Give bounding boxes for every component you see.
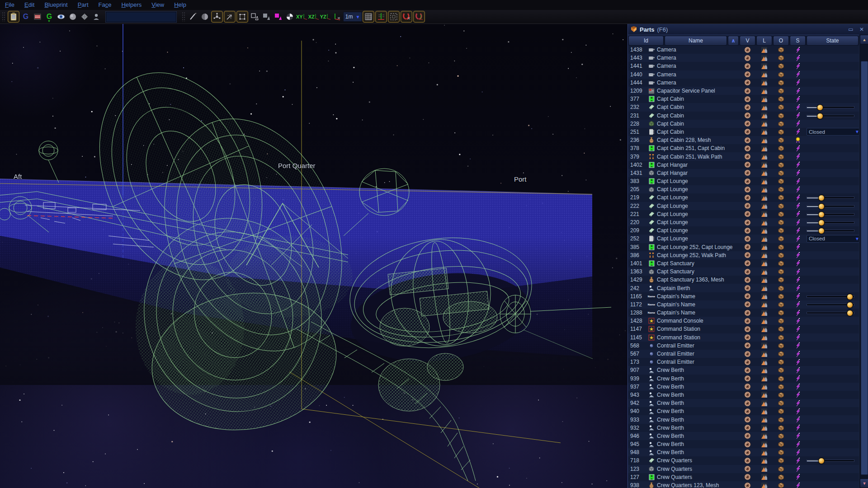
column-header-id[interactable]: Id [628,36,664,46]
visibility-icon[interactable] [739,87,756,95]
box-icon[interactable] [773,333,789,342]
bolt-icon[interactable] [789,375,806,383]
bolt-icon[interactable] [789,317,806,325]
layer-icon[interactable] [756,235,773,243]
part-row-1431[interactable]: 1431Capt Hangar [628,169,868,177]
box-icon[interactable] [773,473,789,481]
plane-xy-button[interactable]: XY [296,11,307,22]
bolt-icon[interactable] [789,366,806,374]
state-slider[interactable] [807,219,856,225]
box-icon[interactable] [773,317,789,325]
bolt-icon[interactable] [789,292,806,300]
box-icon[interactable] [773,210,789,218]
visibility-icon[interactable] [739,383,756,391]
visibility-icon[interactable] [739,193,756,202]
part-row-231[interactable]: 231Capt Cabin [628,112,868,120]
visibility-icon[interactable] [739,153,756,161]
bolt-icon[interactable] [789,95,806,103]
part-row-385[interactable]: 385Capt Lounge 252, Capt Lounge [628,243,868,251]
bolt-icon[interactable] [789,87,806,95]
box-icon[interactable] [773,391,789,399]
scroll-up-button[interactable]: ▲ [860,35,868,44]
state-slider[interactable] [807,457,856,464]
box-icon[interactable] [773,259,789,267]
bolt-icon[interactable] [789,358,806,366]
visibility-icon[interactable] [739,325,756,333]
layer-icon[interactable] [756,226,773,235]
visibility-icon[interactable] [739,120,756,128]
column-header-o[interactable]: O [773,36,789,46]
bolt-icon[interactable] [789,325,806,333]
visibility-icon[interactable] [739,276,756,284]
menu-item-blueprint[interactable]: Blueprint [39,0,72,10]
bolt-icon[interactable] [789,399,806,407]
gem-icon[interactable] [79,11,90,22]
part-row-173[interactable]: 173Contrail Emitter [628,358,868,366]
box-icon[interactable] [773,325,789,333]
part-row-220[interactable]: 220Capt Lounge [628,218,868,226]
menu-item-file[interactable]: File [0,0,19,10]
bolt-icon[interactable] [789,440,806,448]
bolt-icon[interactable] [789,424,806,432]
bolt-icon[interactable] [789,226,806,235]
part-row-942[interactable]: 942Crew Berth [628,399,868,407]
box-icon[interactable] [773,218,789,226]
part-row-718[interactable]: 718Crew Quarters [628,456,868,465]
state-dropdown[interactable]: Closed▼ [807,128,862,136]
bolt-icon[interactable] [789,185,806,193]
visibility-icon[interactable] [739,448,756,456]
close-button[interactable]: ✕ [858,26,866,33]
bolt-icon[interactable] [789,70,806,79]
visibility-icon[interactable] [739,350,756,358]
layer-icon[interactable] [756,95,773,103]
visibility-icon[interactable] [739,70,756,79]
layer-icon[interactable] [756,243,773,251]
visibility-icon[interactable] [739,317,756,325]
layer-icon[interactable] [756,481,773,488]
grid-bounds-toggle-icon[interactable] [388,11,400,23]
menu-item-edit[interactable]: Edit [19,0,39,10]
layer-icon[interactable] [756,144,773,152]
part-row-209[interactable]: 209Capt Lounge [628,226,868,235]
layer-icon[interactable] [756,161,773,169]
part-row-940[interactable]: 940Crew Berth [628,407,868,415]
bolt-icon[interactable] [789,243,806,251]
snap-magnet-icon[interactable] [401,11,412,23]
box-icon[interactable] [773,144,789,152]
part-row-221[interactable]: 221Capt Lounge [628,210,868,218]
part-row-1288[interactable]: 1288NameCaptain's Name [628,309,868,317]
visibility-icon[interactable] [739,185,756,193]
visibility-icon[interactable] [739,366,756,374]
visibility-icon[interactable] [739,300,756,309]
bolt-icon[interactable] [789,112,806,120]
box-icon[interactable] [773,432,789,440]
box-icon[interactable] [773,366,789,374]
layer-icon[interactable] [756,309,773,317]
bolt-icon[interactable] [789,177,806,185]
part-row-1429[interactable]: 1429Capt Sanctuary 1363, Mesh [628,276,868,284]
column-header-v[interactable]: V [740,36,755,46]
select-outline-icon[interactable] [249,11,260,22]
grip-handle[interactable] [182,12,185,22]
box-icon[interactable] [773,243,789,251]
bolt-icon[interactable] [789,218,806,226]
slider-knob[interactable] [818,220,825,226]
state-slider[interactable] [807,301,856,308]
bolt-icon[interactable] [789,193,806,202]
part-row-383[interactable]: 383Capt Lounge [628,177,868,185]
visibility-icon[interactable] [739,95,756,103]
box-icon[interactable] [773,54,789,62]
layer-icon[interactable] [756,456,773,465]
bolt-icon[interactable] [789,103,806,111]
box-icon[interactable] [773,62,789,70]
visibility-icon[interactable] [739,46,756,54]
state-slider[interactable] [807,310,856,316]
bolt-icon[interactable] [789,481,806,488]
box-icon[interactable] [773,128,789,136]
bolt-icon[interactable] [789,309,806,317]
part-row-1147[interactable]: 1147★Command Station [628,325,868,333]
visibility-icon[interactable] [739,243,756,251]
letter-g-green-icon[interactable]: G▼ [44,11,55,22]
box-icon[interactable] [773,342,789,350]
visibility-icon[interactable] [739,177,756,185]
